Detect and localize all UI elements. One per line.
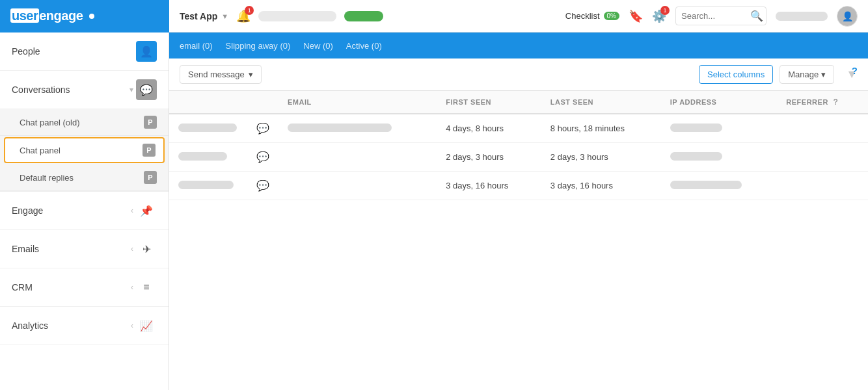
status-indicator bbox=[344, 11, 383, 21]
subnav-slipping-away[interactable]: Slipping away (0) bbox=[226, 38, 291, 53]
cell-first-seen: 2 days, 3 hours bbox=[437, 143, 541, 172]
chat-panel-old-badge: P bbox=[144, 116, 157, 129]
sidebar-item-default-replies[interactable]: Default replies P bbox=[0, 164, 169, 191]
chat-bubble-icon: 💬 bbox=[256, 123, 269, 134]
app-name: Test App bbox=[180, 11, 217, 21]
search-box[interactable]: 🔍 bbox=[675, 6, 766, 25]
chevron-left-icon: ‹ bbox=[131, 283, 133, 292]
top-nav-center: Test App ▼ 🔔 1 bbox=[169, 9, 565, 23]
conversations-subitems: Chat panel (old) P Chat panel P Default … bbox=[0, 109, 169, 192]
cell-first-seen: 3 days, 16 hours bbox=[437, 172, 541, 200]
sidebar-item-conversations[interactable]: Conversations ▾ 💬 bbox=[0, 71, 169, 109]
sidebar-item-crm[interactable]: CRM ‹ ≡ bbox=[0, 268, 169, 307]
top-nav-right: Checklist 0% 🔖 ⚙️ 1 🔍 👤 bbox=[565, 6, 868, 27]
top-navigation: userengage Test App ▼ 🔔 1 Checklist 0% 🔖… bbox=[0, 0, 868, 32]
url-display bbox=[258, 11, 336, 21]
notification-badge: 1 bbox=[245, 6, 254, 15]
blurred-ip bbox=[670, 181, 742, 189]
subnav-new[interactable]: New (0) bbox=[303, 38, 333, 53]
settings-button[interactable]: ⚙️ 1 bbox=[652, 9, 666, 23]
chat-panel-badge: P bbox=[142, 144, 156, 157]
sidebar-item-chat-panel[interactable]: Chat panel P bbox=[4, 137, 165, 163]
table-row[interactable]: 💬 4 days, 8 hours 8 hours, 18 minutes bbox=[169, 114, 868, 143]
select-columns-button[interactable]: Select columns bbox=[699, 65, 773, 84]
cell-last-seen: 8 hours, 18 minutes bbox=[541, 114, 661, 143]
chevron-down-icon: ▾ bbox=[821, 70, 826, 79]
cell-last-seen: 3 days, 16 hours bbox=[541, 172, 661, 200]
settings-badge: 1 bbox=[660, 6, 670, 15]
table-body: 💬 4 days, 8 hours 8 hours, 18 minutes bbox=[169, 114, 868, 200]
toolbar: Send message ▾ Select columns Manage ▾ ▼ bbox=[169, 58, 868, 91]
sidebar-item-engage[interactable]: Engage ‹ 📌 bbox=[0, 192, 169, 230]
blurred-name bbox=[178, 181, 234, 189]
notifications-button[interactable]: 🔔 1 bbox=[236, 9, 251, 23]
cell-email bbox=[278, 143, 437, 172]
chat-bubble-icon: 💬 bbox=[256, 180, 269, 191]
logo-area: userengage bbox=[0, 0, 169, 32]
chevron-left-icon: ‹ bbox=[131, 244, 133, 254]
send-message-button[interactable]: Send message ▾ bbox=[180, 65, 262, 84]
avatar[interactable]: 👤 bbox=[837, 6, 858, 27]
chevron-left-icon: ‹ bbox=[131, 321, 133, 330]
cell-email bbox=[278, 172, 437, 200]
logo-dot bbox=[89, 14, 94, 19]
cell-ip bbox=[661, 172, 778, 200]
sidebar-analytics-label: Analytics bbox=[12, 320, 131, 331]
manage-label: Manage bbox=[788, 70, 819, 79]
help-button[interactable]: ? bbox=[852, 65, 858, 76]
default-replies-badge: P bbox=[144, 171, 157, 184]
cell-ip bbox=[661, 114, 778, 143]
blurred-ip bbox=[670, 152, 722, 161]
cell-chat: 💬 bbox=[247, 114, 278, 143]
cell-name bbox=[169, 143, 247, 172]
main-content: Send message ▾ Select columns Manage ▾ ▼… bbox=[169, 58, 868, 390]
col-last-seen: LAST SEEN bbox=[541, 91, 661, 114]
table-row[interactable]: 💬 2 days, 3 hours 2 days, 3 hours bbox=[169, 143, 868, 172]
search-icon: 🔍 bbox=[750, 10, 763, 22]
cell-referrer bbox=[777, 172, 868, 200]
blurred-email bbox=[288, 124, 392, 132]
table-header-row: EMAIL FIRST SEEN LAST SEEN IP ADDRESS RE… bbox=[169, 91, 868, 114]
sidebar: People 👤 Conversations ▾ 💬 Chat panel (o… bbox=[0, 32, 169, 390]
send-message-label: Send message bbox=[188, 70, 245, 79]
col-referrer: REFERRER ? bbox=[777, 91, 868, 114]
sidebar-item-analytics[interactable]: Analytics ‹ 📈 bbox=[0, 307, 169, 345]
sidebar-conversations-label: Conversations bbox=[12, 84, 129, 95]
manage-button[interactable]: Manage ▾ bbox=[780, 65, 834, 84]
app-selector[interactable]: Test App ▼ bbox=[180, 11, 228, 21]
chat-panel-old-label: Chat panel (old) bbox=[20, 118, 144, 127]
people-icon-box: 👤 bbox=[136, 41, 157, 62]
blurred-ip bbox=[670, 124, 722, 132]
col-ip: IP ADDRESS bbox=[661, 91, 778, 114]
sidebar-item-people[interactable]: People 👤 bbox=[0, 32, 169, 71]
cell-first-seen: 4 days, 8 hours bbox=[437, 114, 541, 143]
search-input[interactable] bbox=[681, 11, 746, 21]
sidebar-engage-label: Engage bbox=[12, 205, 131, 216]
help-icon: ? bbox=[833, 98, 838, 107]
engage-icon-box: 📌 bbox=[136, 200, 157, 221]
chat-bubble-icon: 💬 bbox=[256, 151, 269, 162]
sidebar-emails-label: Emails bbox=[12, 244, 131, 254]
sidebar-item-emails[interactable]: Emails ‹ ✈ bbox=[0, 230, 169, 268]
subnav-email[interactable]: email (0) bbox=[180, 38, 213, 53]
cell-name bbox=[169, 114, 247, 143]
cell-referrer bbox=[777, 143, 868, 172]
table-row[interactable]: 💬 3 days, 16 hours 3 days, 16 hours bbox=[169, 172, 868, 200]
checklist-label: Checklist bbox=[565, 11, 600, 21]
col-email: EMAIL bbox=[278, 91, 437, 114]
col-name bbox=[169, 91, 247, 114]
default-replies-label: Default replies bbox=[20, 173, 144, 183]
subnav-active[interactable]: Active (0) bbox=[346, 38, 382, 53]
bookmark-button[interactable]: 🔖 bbox=[629, 9, 643, 23]
sidebar-crm-label: CRM bbox=[12, 282, 131, 292]
sub-navigation: email (0) Slipping away (0) New (0) Acti… bbox=[169, 32, 868, 58]
cell-name bbox=[169, 172, 247, 200]
crm-icon-box: ≡ bbox=[136, 277, 157, 298]
checklist-button[interactable]: Checklist 0% bbox=[565, 11, 619, 21]
cell-referrer bbox=[777, 114, 868, 143]
analytics-icon-box: 📈 bbox=[136, 315, 157, 336]
chevron-left-icon: ‹ bbox=[131, 206, 133, 215]
sidebar-item-chat-panel-old[interactable]: Chat panel (old) P bbox=[0, 109, 169, 136]
col-first-seen: FIRST SEEN bbox=[437, 91, 541, 114]
chevron-down-icon: ▾ bbox=[249, 70, 253, 79]
